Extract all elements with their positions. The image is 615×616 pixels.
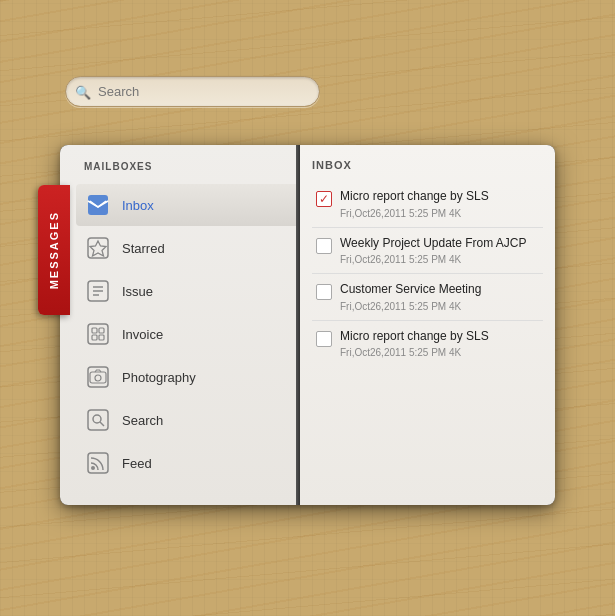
email-checkbox-2[interactable] [316,238,332,254]
email-item-1: ✓ Micro report change by SLS Fri,Oct26,2… [312,181,543,228]
sidebar-label-search: Search [122,413,163,428]
sidebar-label-inbox: Inbox [122,198,154,213]
mailboxes-title: MAILBOXES [76,161,300,172]
search-input[interactable] [65,76,320,107]
star-icon [84,234,112,262]
sidebar-item-search[interactable]: Search [76,399,300,441]
sidebar-label-issue: Issue [122,284,153,299]
svg-rect-13 [99,335,104,340]
email-meta-3: Fri,Oct26,2011 5:25 PM 4K [340,301,539,312]
issue-icon [84,277,112,305]
checkmark-1: ✓ [319,193,329,205]
email-checkbox-4[interactable] [316,331,332,347]
inbox-title: INBOX [312,159,543,171]
email-meta-1: Fri,Oct26,2011 5:25 PM 4K [340,208,539,219]
email-item-2: Weekly Project Update From AJCP Fri,Oct2… [312,228,543,275]
svg-point-21 [91,466,95,470]
messages-tab-label: MESSAGES [48,211,60,289]
sidebar-item-invoice[interactable]: Invoice [76,313,300,355]
email-content-2: Weekly Project Update From AJCP Fri,Oct2… [340,236,539,266]
email-meta-4: Fri,Oct26,2011 5:25 PM 4K [340,347,539,358]
email-subject-1: Micro report change by SLS [340,189,539,205]
inbox-panel: INBOX ✓ Micro report change by SLS Fri,O… [300,145,555,505]
email-subject-3: Customer Service Meeting [340,282,539,298]
search-nav-icon [84,406,112,434]
sidebar-item-feed[interactable]: Feed [76,442,300,484]
sidebar-label-invoice: Invoice [122,327,163,342]
sidebar-label-feed: Feed [122,456,152,471]
notebook-container: MAILBOXES Inbox Starred [60,145,555,505]
mailboxes-panel: MAILBOXES Inbox Starred [60,145,300,505]
email-content-1: Micro report change by SLS Fri,Oct26,201… [340,189,539,219]
svg-rect-11 [99,328,104,333]
search-bar-container: 🔍 [65,76,320,107]
svg-line-19 [100,422,104,426]
panel-divider [296,145,300,505]
svg-point-18 [93,415,101,423]
email-meta-2: Fri,Oct26,2011 5:25 PM 4K [340,254,539,265]
messages-tab[interactable]: MESSAGES [38,185,70,315]
inbox-icon [84,191,112,219]
feed-icon [84,449,112,477]
svg-rect-0 [88,195,108,215]
email-item-4: Micro report change by SLS Fri,Oct26,201… [312,321,543,367]
svg-rect-12 [92,335,97,340]
sidebar-label-photography: Photography [122,370,196,385]
svg-rect-10 [92,328,97,333]
photography-icon [84,363,112,391]
invoice-icon [84,320,112,348]
email-content-4: Micro report change by SLS Fri,Oct26,201… [340,329,539,359]
sidebar-item-issue[interactable]: Issue [76,270,300,312]
email-subject-4: Micro report change by SLS [340,329,539,345]
svg-marker-4 [90,241,106,256]
email-checkbox-1[interactable]: ✓ [316,191,332,207]
svg-rect-9 [88,324,108,344]
email-checkbox-3[interactable] [316,284,332,300]
email-content-3: Customer Service Meeting Fri,Oct26,2011 … [340,282,539,312]
sidebar-item-inbox[interactable]: Inbox [76,184,300,226]
sidebar-item-photography[interactable]: Photography [76,356,300,398]
svg-point-16 [95,375,101,381]
email-item-3: Customer Service Meeting Fri,Oct26,2011 … [312,274,543,321]
sidebar-label-starred: Starred [122,241,165,256]
svg-rect-17 [88,410,108,430]
email-subject-2: Weekly Project Update From AJCP [340,236,539,252]
sidebar-item-starred[interactable]: Starred [76,227,300,269]
